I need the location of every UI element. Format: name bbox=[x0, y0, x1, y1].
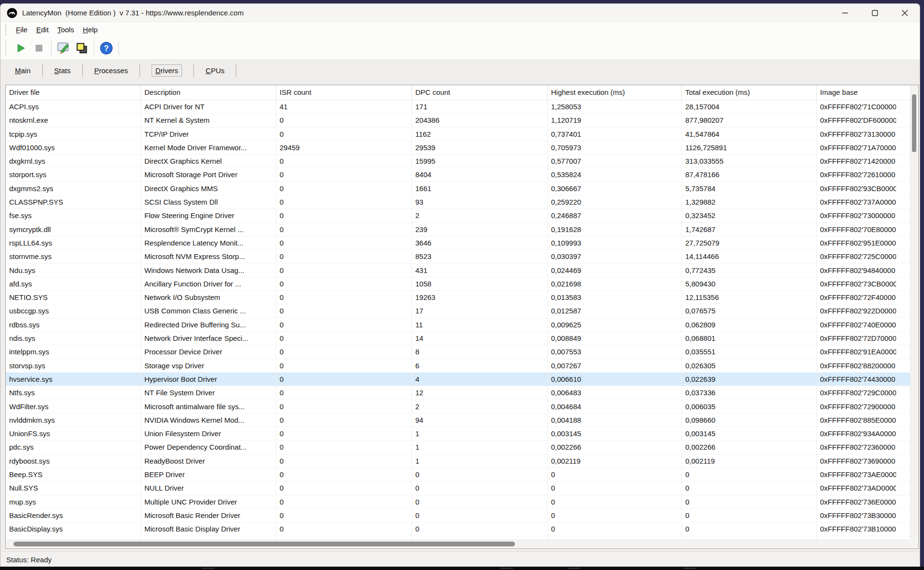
column-header-total-execution-ms-[interactable]: Total execution (ms) bbox=[682, 85, 817, 100]
table-row[interactable]: nvlddmkm.sysNVIDIA Windows Kernel Mod...… bbox=[6, 414, 910, 427]
table-row[interactable]: CLASSPNP.SYSSCSI Class System Dll0930,25… bbox=[6, 195, 910, 209]
vertical-scrollbar[interactable] bbox=[910, 86, 918, 539]
table-row[interactable]: BasicDisplay.sysMicrosoft Basic Display … bbox=[6, 522, 910, 536]
cell: 41 bbox=[276, 100, 412, 114]
table-row[interactable]: NETIO.SYSNetwork I/O Subsystem0192630,01… bbox=[6, 291, 910, 304]
cell: SCSI Class System Dll bbox=[141, 195, 276, 209]
cell: 0 bbox=[276, 182, 412, 195]
cell: 0,191628 bbox=[548, 223, 682, 236]
cell: 0xFFFFF802'73690000 bbox=[817, 454, 910, 468]
cell: 0,002266 bbox=[682, 440, 817, 454]
table-row[interactable]: symcryptk.dllMicrosoft® SymCrypt Kernel … bbox=[6, 223, 910, 236]
maximize-button[interactable] bbox=[860, 4, 890, 22]
table-row[interactable]: usbccgp.sysUSB Common Class Generic ...0… bbox=[6, 304, 910, 318]
cell: 0 bbox=[276, 427, 412, 440]
cell: 0 bbox=[276, 155, 412, 168]
table-row[interactable]: mup.sysMultiple UNC Provider Driver00000… bbox=[6, 495, 910, 509]
cell: 1126,725891 bbox=[682, 141, 817, 155]
horizontal-scrollbar-thumb[interactable] bbox=[13, 542, 515, 546]
table-row[interactable]: rdbss.sysRedirected Drive Buffering Su..… bbox=[6, 318, 910, 332]
table-row[interactable]: ACPI.sysACPI Driver for NT411711,2580532… bbox=[6, 100, 910, 114]
menu-file[interactable]: File bbox=[12, 24, 32, 36]
cell: 0 bbox=[276, 332, 412, 345]
cell: Null.SYS bbox=[6, 481, 141, 495]
column-header-driver-file[interactable]: Driver file bbox=[6, 85, 141, 100]
table-row[interactable]: stornvme.sysMicrosoft NVM Express Storp.… bbox=[6, 250, 910, 263]
table-row[interactable]: afd.sysAncillary Function Driver for ...… bbox=[6, 277, 910, 291]
table-row-partial[interactable] bbox=[6, 536, 910, 540]
table-row[interactable]: rdyboost.sysReadyBoost Driver010,0021190… bbox=[6, 454, 910, 468]
cell: 1 bbox=[412, 427, 548, 440]
table-row[interactable]: storvsp.sysStorage vsp Driver060,0072670… bbox=[6, 359, 910, 373]
tab-drivers[interactable]: Drivers bbox=[140, 65, 194, 77]
table-row[interactable]: ndis.sysNetwork Driver Interface Speci..… bbox=[6, 332, 910, 345]
cell: 29459 bbox=[276, 141, 412, 155]
tab-processes[interactable]: Processes bbox=[83, 66, 140, 75]
cell bbox=[6, 536, 141, 540]
cell: NULL Driver bbox=[141, 481, 276, 495]
start-monitoring-button[interactable] bbox=[12, 39, 30, 57]
stop-monitoring-button[interactable] bbox=[30, 39, 48, 57]
table-row[interactable]: pdc.sysPower Dependency Coordinat...010,… bbox=[6, 440, 910, 454]
table-row[interactable]: WdFilter.sysMicrosoft antimalware file s… bbox=[6, 400, 910, 414]
column-header-image-base[interactable]: Image base bbox=[817, 85, 910, 100]
table-row[interactable]: hvservice.sysHypervisor Boot Driver040,0… bbox=[6, 373, 910, 386]
tab-cpus[interactable]: CPUs bbox=[194, 66, 236, 75]
table-row[interactable]: ntoskrnl.exeNT Kernel & System02043861,1… bbox=[6, 114, 910, 127]
cell: 0 bbox=[276, 304, 412, 318]
window-title: LatencyMon (Home Edition ) v 7.31 - http… bbox=[22, 9, 244, 17]
cell: hvservice.sys bbox=[6, 373, 141, 386]
tab-main[interactable]: Main bbox=[3, 66, 42, 75]
column-header-description[interactable]: Description bbox=[141, 85, 276, 100]
cell: 0 bbox=[276, 209, 412, 222]
table-row[interactable]: intelppm.sysProcessor Device Driver080,0… bbox=[6, 345, 910, 359]
table-row[interactable]: Ntfs.sysNT File System Driver0120,006483… bbox=[6, 386, 910, 400]
table-row[interactable]: storport.sysMicrosoft Storage Port Drive… bbox=[6, 168, 910, 181]
cell: ACPI Driver for NT bbox=[141, 100, 276, 114]
table-row[interactable]: dxgmms2.sysDirectX Graphics MMS016610,30… bbox=[6, 182, 910, 195]
table-row[interactable]: Ndu.sysWindows Network Data Usag...04310… bbox=[6, 264, 910, 277]
table-row[interactable]: Beep.SYSBEEP Driver00000xFFFFF802'73AE00… bbox=[6, 468, 910, 481]
minimize-button[interactable] bbox=[830, 4, 860, 22]
vertical-scrollbar-thumb[interactable] bbox=[912, 94, 916, 152]
menu-help[interactable]: Help bbox=[78, 24, 102, 36]
cell: 0,008849 bbox=[548, 332, 682, 345]
cell: 0,002266 bbox=[548, 440, 682, 454]
cell: NT Kernel & System bbox=[141, 114, 276, 127]
cell: Kernel Mode Driver Framewor... bbox=[141, 141, 276, 155]
cell: Microsoft Basic Display Driver bbox=[141, 522, 276, 536]
copy-report-button[interactable] bbox=[73, 39, 91, 57]
horizontal-scrollbar[interactable] bbox=[6, 540, 910, 548]
cell: Network Driver Interface Speci... bbox=[141, 332, 276, 345]
cell: pdc.sys bbox=[6, 440, 141, 454]
close-button[interactable] bbox=[890, 4, 920, 22]
cell: 0,003145 bbox=[682, 427, 817, 440]
table-row[interactable]: tcpip.sysTCP/IP Driver011620,73740141,54… bbox=[6, 128, 910, 141]
help-button[interactable]: ? bbox=[97, 39, 116, 57]
cell: 0 bbox=[276, 318, 412, 332]
tab-stats[interactable]: Stats bbox=[43, 66, 82, 75]
table-row[interactable]: Null.SYSNULL Driver00000xFFFFF802'73AD00… bbox=[6, 481, 910, 495]
toolbar-separator bbox=[51, 41, 51, 55]
cell: 0xFFFFF802'93CB0000 bbox=[817, 182, 910, 195]
title-bar[interactable]: LatencyMon (Home Edition ) v 7.31 - http… bbox=[0, 4, 920, 22]
table-row[interactable]: rspLLL64.sysResplendence Latency Monit..… bbox=[6, 236, 910, 250]
table-row[interactable]: dxgkrnl.sysDirectX Graphics Kernel015995… bbox=[6, 155, 910, 168]
column-header-highest-execution-ms-[interactable]: Highest execution (ms) bbox=[548, 85, 682, 100]
options-button[interactable] bbox=[54, 39, 73, 57]
cell: 0 bbox=[276, 345, 412, 359]
cell: 0 bbox=[412, 522, 548, 536]
table-row[interactable]: BasicRender.sysMicrosoft Basic Render Dr… bbox=[6, 509, 910, 522]
cell: 0xFFFFF802'88200000 bbox=[817, 359, 910, 373]
table-row[interactable]: Wdf01000.sysKernel Mode Driver Framewor.… bbox=[6, 141, 910, 155]
play-icon bbox=[15, 42, 26, 54]
cell: 8523 bbox=[412, 250, 548, 263]
cell: 2 bbox=[412, 400, 548, 414]
cell: 0,026305 bbox=[682, 359, 817, 373]
table-row[interactable]: UnionFS.sysUnion Filesystem Driver010,00… bbox=[6, 427, 910, 440]
menu-edit[interactable]: Edit bbox=[32, 24, 53, 36]
column-header-dpc-count[interactable]: DPC count bbox=[412, 85, 548, 100]
menu-tools[interactable]: Tools bbox=[53, 24, 78, 36]
column-header-isr-count[interactable]: ISR count bbox=[276, 85, 412, 100]
table-row[interactable]: fse.sysFlow Steering Engine Driver020,24… bbox=[6, 209, 910, 222]
